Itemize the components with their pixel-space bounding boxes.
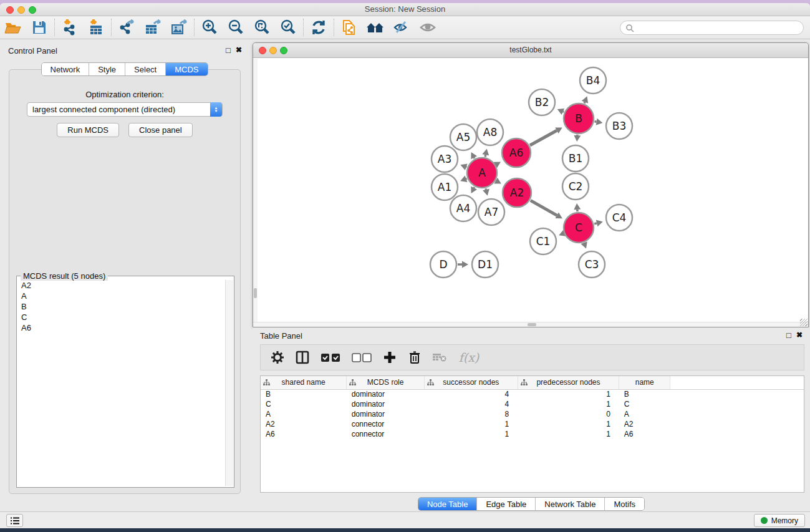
float-panel-icon[interactable]: □ xyxy=(226,46,231,55)
mcds-result-scrollbar[interactable] xyxy=(225,280,233,486)
zoom-selected-button[interactable] xyxy=(275,17,301,37)
graph-edge-A-A4[interactable] xyxy=(474,187,475,188)
clone-network-button[interactable] xyxy=(336,17,362,37)
graph-edge-B-B2[interactable] xyxy=(563,112,564,112)
float-table-panel-icon[interactable]: □ xyxy=(786,331,791,340)
delete-table-button[interactable] xyxy=(430,348,449,367)
table-cell: C xyxy=(261,399,347,409)
column-header-shared-name[interactable]: shared name xyxy=(261,376,347,389)
network-vertical-scrollbar[interactable] xyxy=(253,59,258,323)
memory-button[interactable]: Memory xyxy=(754,514,805,527)
export-table-button[interactable] xyxy=(140,17,166,37)
open-session-button[interactable] xyxy=(0,17,26,37)
tab-network-table[interactable]: Network Table xyxy=(535,498,604,510)
network-maximize-button[interactable] xyxy=(280,47,287,54)
network-close-button[interactable] xyxy=(259,47,266,54)
toolbar-separator xyxy=(54,19,55,36)
tab-motifs[interactable]: Motifs xyxy=(604,498,644,510)
select-all-button[interactable] xyxy=(318,348,343,367)
mcds-result-item[interactable]: C xyxy=(17,312,226,322)
tab-edge-table[interactable]: Edge Table xyxy=(476,498,535,510)
graph-edge-A-A8[interactable] xyxy=(485,155,486,157)
run-mcds-button[interactable]: Run MCDS xyxy=(57,123,119,137)
network-window-titlebar[interactable]: testGlobe.txt xyxy=(253,43,808,58)
table-cell: 1 xyxy=(518,389,619,399)
mcds-result-item[interactable]: B xyxy=(17,301,226,312)
table-panel: Table Panel □ ✖ xyxy=(253,327,810,511)
table-row[interactable]: Bdominator41B xyxy=(261,389,804,399)
export-table-icon xyxy=(144,19,162,36)
network-resize-grip[interactable] xyxy=(800,319,808,326)
show-column-button[interactable] xyxy=(293,348,312,367)
mcds-result-item[interactable]: A2 xyxy=(17,280,226,291)
table-row[interactable]: A6connector11A6 xyxy=(261,429,804,439)
column-header-name[interactable]: name xyxy=(619,376,670,389)
mcds-result-title: MCDS result (5 nodes) xyxy=(21,271,108,281)
column-header-successor-nodes[interactable]: successor nodes xyxy=(424,376,518,389)
function-builder-button[interactable]: f(x) xyxy=(455,348,483,367)
optimization-criterion-select[interactable]: largest connected component (directed) ▲… xyxy=(27,102,223,117)
zoom-fit-button[interactable] xyxy=(249,17,275,37)
main-toolbar xyxy=(0,16,810,39)
toolbar-separator xyxy=(334,19,334,36)
table-cell: A xyxy=(261,409,347,419)
tab-node-table[interactable]: Node Table xyxy=(418,498,477,510)
mcds-result-item[interactable]: A xyxy=(17,291,226,301)
tab-select[interactable]: Select xyxy=(125,63,165,75)
network-minimize-button[interactable] xyxy=(269,47,277,54)
table-row[interactable]: Cdominator41C xyxy=(261,399,804,409)
search-field[interactable] xyxy=(620,21,804,35)
refresh-button[interactable] xyxy=(306,17,332,37)
graph-edge-B-B4[interactable] xyxy=(584,102,585,104)
close-panel-button[interactable]: Close panel xyxy=(128,123,193,137)
delete-column-button[interactable] xyxy=(405,348,424,367)
export-image-button[interactable] xyxy=(166,17,192,37)
graph-edge-A2-C[interactable] xyxy=(531,200,557,215)
zoom-in-button[interactable] xyxy=(196,17,223,37)
graph-node-label: A2 xyxy=(510,186,524,199)
table-row[interactable]: Adominator80A xyxy=(261,409,804,419)
home-button[interactable] xyxy=(362,17,388,37)
close-panel-icon[interactable]: ✖ xyxy=(236,46,242,55)
search-input[interactable] xyxy=(637,24,803,32)
close-window-button[interactable] xyxy=(6,6,14,14)
tab-style[interactable]: Style xyxy=(89,63,125,75)
table-row[interactable]: A2connector11A2 xyxy=(261,419,804,429)
hide-panel-button[interactable] xyxy=(388,17,415,37)
import-table-button[interactable] xyxy=(83,17,109,37)
export-network-button[interactable] xyxy=(113,17,140,37)
table-cell: A6 xyxy=(619,429,670,439)
tab-mcds[interactable]: MCDS xyxy=(165,63,207,75)
column-header-MCDS-role[interactable]: MCDS role xyxy=(347,376,425,389)
graph-node-label: A1 xyxy=(438,181,451,193)
show-panel-button[interactable] xyxy=(415,17,441,37)
task-history-button[interactable] xyxy=(6,514,23,527)
deselect-all-button[interactable] xyxy=(349,348,374,367)
graph-edge-A6-B[interactable] xyxy=(530,130,557,145)
graph-node-label: C1 xyxy=(536,235,551,248)
export-network-icon xyxy=(118,19,135,36)
graph-edge-B-B3[interactable] xyxy=(595,122,597,122)
graph-edge-C-C4[interactable] xyxy=(594,223,597,224)
table-cell: 4 xyxy=(424,399,518,409)
graph-edge-A-A5[interactable] xyxy=(474,158,475,158)
import-network-button[interactable] xyxy=(57,17,83,37)
mcds-result-item[interactable]: A6 xyxy=(17,322,226,333)
minimize-window-button[interactable] xyxy=(17,6,25,14)
close-table-panel-icon[interactable]: ✖ xyxy=(796,331,803,340)
save-session-button[interactable] xyxy=(26,17,52,37)
tab-network[interactable]: Network xyxy=(41,63,89,75)
table-cell: dominator xyxy=(347,389,425,399)
add-column-button[interactable] xyxy=(380,348,399,367)
zoom-out-button[interactable] xyxy=(223,17,249,37)
network-horizontal-scrollbar[interactable] xyxy=(253,322,808,327)
table-cell: dominator xyxy=(347,399,425,409)
network-graph[interactable]: AA1A2A3A4A5A6A7A8BB1B2B3B4CC1C2C3C4DD1 xyxy=(254,59,808,323)
table-cell: 1 xyxy=(424,419,518,429)
table-settings-button[interactable] xyxy=(268,348,287,367)
mcds-result-box: MCDS result (5 nodes) A2ABCA6 xyxy=(16,276,234,488)
mcds-result-list[interactable]: A2ABCA6 xyxy=(17,280,226,486)
graph-node-label: B3 xyxy=(612,120,626,132)
column-header-predecessor-nodes[interactable]: predecessor nodes xyxy=(518,376,619,389)
maximize-window-button[interactable] xyxy=(29,6,36,14)
